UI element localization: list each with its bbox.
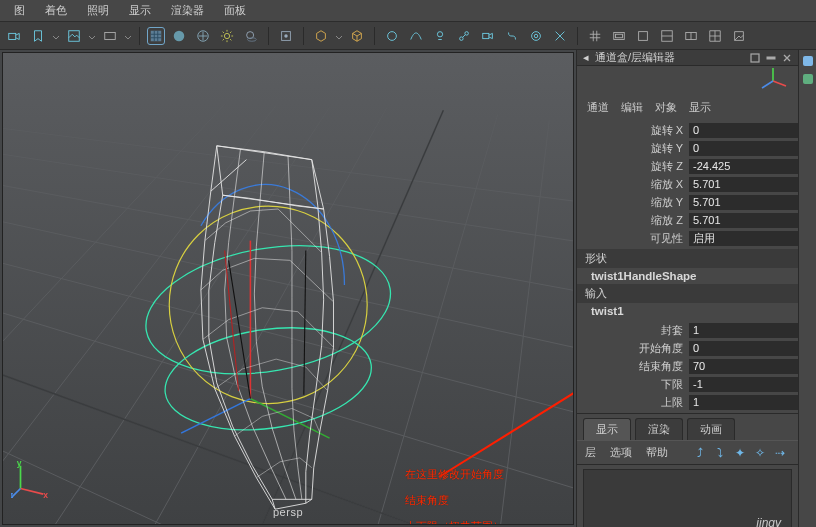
attr-label[interactable]: 结束角度 bbox=[577, 359, 689, 374]
menu-view[interactable]: 图 bbox=[4, 3, 35, 18]
dropdown-icon[interactable] bbox=[124, 32, 132, 40]
attr-label[interactable]: 可见性 bbox=[577, 231, 689, 246]
film-gate-icon[interactable] bbox=[609, 26, 629, 46]
tab-display[interactable]: 显示 bbox=[689, 100, 711, 115]
layer-new-icon[interactable]: ✦ bbox=[733, 446, 747, 460]
cube-icon[interactable] bbox=[347, 26, 367, 46]
panel-close-icon[interactable] bbox=[782, 53, 792, 63]
dropdown-icon[interactable] bbox=[52, 32, 60, 40]
svg-line-31 bbox=[41, 107, 330, 524]
attr-value[interactable]: 0 bbox=[689, 341, 798, 356]
attr-label[interactable]: 旋转 Z bbox=[577, 159, 689, 174]
layer-movedown-icon[interactable]: ⤵ bbox=[713, 446, 727, 460]
attr-label[interactable]: 缩放 Z bbox=[577, 213, 689, 228]
show-misc-icon[interactable] bbox=[550, 26, 570, 46]
attr-value[interactable]: 1 bbox=[689, 395, 798, 410]
panel-menu-icon[interactable] bbox=[766, 53, 776, 63]
layer-list[interactable]: ⤴ ⤵ ✦ ✧ ⇢ jingy bbox=[583, 469, 792, 527]
tab-edit[interactable]: 编辑 bbox=[621, 100, 643, 115]
menu-panels[interactable]: 面板 bbox=[214, 3, 256, 18]
right-dock-strip bbox=[798, 50, 816, 527]
tab-channels[interactable]: 通道 bbox=[587, 100, 609, 115]
attr-value[interactable]: -24.425 bbox=[689, 159, 798, 174]
viewport-label: persp bbox=[273, 506, 303, 518]
bookmark-icon[interactable] bbox=[28, 26, 48, 46]
dropdown-icon[interactable] bbox=[335, 32, 343, 40]
menu-display[interactable]: 显示 bbox=[119, 3, 161, 18]
attr-value[interactable]: 启用 bbox=[689, 231, 798, 246]
panel-dock-icon[interactable] bbox=[750, 53, 760, 63]
attr-value[interactable]: 5.701 bbox=[689, 177, 798, 192]
axis-gizmo: y x z bbox=[11, 460, 49, 498]
shade-smooth-icon[interactable] bbox=[169, 26, 189, 46]
svg-point-11 bbox=[388, 31, 397, 40]
dock-tab-icon[interactable] bbox=[803, 56, 813, 66]
menu-renderer[interactable]: 渲染器 bbox=[161, 3, 214, 18]
dock-tab-icon[interactable] bbox=[803, 74, 813, 84]
attr-label[interactable]: 开始角度 bbox=[577, 341, 689, 356]
attr-value[interactable]: 70 bbox=[689, 359, 798, 374]
3d-viewport[interactable]: 在这里修改开始角度 结束角度 上下限（扭曲范围） y x z persp bbox=[2, 52, 574, 525]
isolate-icon[interactable] bbox=[276, 26, 296, 46]
attr-value[interactable]: 1 bbox=[689, 323, 798, 338]
reso-gate-icon[interactable] bbox=[633, 26, 653, 46]
shadow-icon[interactable] bbox=[241, 26, 261, 46]
layer-moveup-icon[interactable]: ⤴ bbox=[693, 446, 707, 460]
layer-newempty-icon[interactable]: ✧ bbox=[753, 446, 767, 460]
layer-tab-display[interactable]: 显示 bbox=[583, 418, 631, 440]
dropdown-icon[interactable] bbox=[88, 32, 96, 40]
attr-value[interactable]: 5.701 bbox=[689, 213, 798, 228]
attr-value[interactable]: 0 bbox=[689, 123, 798, 138]
attr-label[interactable]: 缩放 Y bbox=[577, 195, 689, 210]
layer-assign-icon[interactable]: ⇢ bbox=[773, 446, 787, 460]
shape-name[interactable]: twist1HandleShape bbox=[577, 268, 798, 284]
panel-collapse-icon[interactable]: ◂ bbox=[583, 51, 589, 64]
show-cam-icon[interactable] bbox=[478, 26, 498, 46]
attr-value[interactable]: -1 bbox=[689, 377, 798, 392]
menu-shading[interactable]: 着色 bbox=[35, 3, 77, 18]
layer-tab-anim[interactable]: 动画 bbox=[687, 418, 735, 440]
svg-rect-0 bbox=[9, 33, 16, 39]
svg-line-59 bbox=[762, 81, 773, 88]
gate-mask-icon[interactable] bbox=[657, 26, 677, 46]
safe-icon[interactable] bbox=[681, 26, 701, 46]
attr-label[interactable]: 下限 bbox=[577, 377, 689, 392]
svg-point-42 bbox=[169, 206, 367, 403]
tab-object[interactable]: 对象 bbox=[655, 100, 677, 115]
layer-tab-render[interactable]: 渲染 bbox=[635, 418, 683, 440]
attr-label[interactable]: 上限 bbox=[577, 395, 689, 410]
svg-line-58 bbox=[773, 81, 786, 86]
shade-wire-icon[interactable] bbox=[147, 27, 165, 45]
svg-line-45 bbox=[250, 399, 329, 438]
show-dyn-icon[interactable] bbox=[526, 26, 546, 46]
show-nurbs-icon[interactable] bbox=[406, 26, 426, 46]
attr-label[interactable]: 旋转 Y bbox=[577, 141, 689, 156]
attr-label[interactable]: 缩放 X bbox=[577, 177, 689, 192]
texture-icon[interactable] bbox=[729, 26, 749, 46]
layer-menu-layers[interactable]: 层 bbox=[585, 445, 596, 460]
attr-label[interactable]: 封套 bbox=[577, 323, 689, 338]
menu-lighting[interactable]: 照明 bbox=[77, 3, 119, 18]
render-icon[interactable] bbox=[64, 26, 84, 46]
orientation-gizmo-icon[interactable] bbox=[758, 66, 788, 96]
show-joint-icon[interactable] bbox=[454, 26, 474, 46]
svg-rect-19 bbox=[616, 34, 623, 38]
input-name[interactable]: twist1 bbox=[577, 303, 798, 319]
attr-label[interactable]: 旋转 X bbox=[577, 123, 689, 138]
gate-icon[interactable] bbox=[100, 26, 120, 46]
attr-value[interactable]: 5.701 bbox=[689, 195, 798, 210]
show-poly-icon[interactable] bbox=[382, 26, 402, 46]
light-icon[interactable] bbox=[217, 26, 237, 46]
show-deform-icon[interactable] bbox=[502, 26, 522, 46]
shade-flat-icon[interactable] bbox=[193, 26, 213, 46]
grid-toggle-icon[interactable] bbox=[585, 26, 605, 46]
svg-line-40 bbox=[236, 110, 444, 524]
select-camera-icon[interactable] bbox=[4, 26, 24, 46]
layer-menu-help[interactable]: 帮助 bbox=[646, 445, 668, 460]
layer-menu-options[interactable]: 选项 bbox=[610, 445, 632, 460]
xray-icon[interactable] bbox=[311, 26, 331, 46]
wireonshade-icon[interactable] bbox=[705, 26, 725, 46]
show-light-icon[interactable] bbox=[430, 26, 450, 46]
attr-value[interactable]: 0 bbox=[689, 141, 798, 156]
svg-rect-55 bbox=[751, 54, 759, 62]
